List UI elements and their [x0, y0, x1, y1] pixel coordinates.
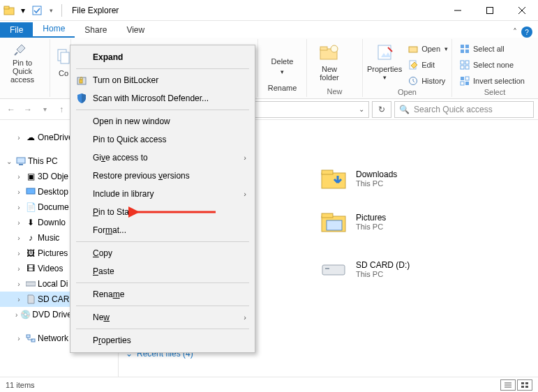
- ctx-give-access-to[interactable]: Give access to›: [70, 149, 255, 167]
- download-icon: ⬇: [25, 217, 36, 228]
- ctx-expand[interactable]: Expand: [70, 48, 255, 66]
- svg-rect-40: [327, 220, 342, 230]
- ctx-open-new-window[interactable]: Open in new window: [70, 112, 255, 130]
- view-large-icons-button[interactable]: [517, 379, 532, 391]
- folder-item-sd-card[interactable]: SD CARD (D:)This PC: [320, 255, 410, 283]
- select-all-icon: [459, 43, 470, 54]
- ctx-copy[interactable]: Copy: [70, 244, 255, 262]
- ctx-new[interactable]: New›: [70, 308, 255, 326]
- ctx-bitlocker[interactable]: Turn on BitLocker: [70, 71, 255, 89]
- tab-home[interactable]: Home: [33, 21, 75, 38]
- select-all-button[interactable]: Select all: [456, 42, 528, 56]
- close-button[interactable]: [506, 0, 538, 21]
- item-count: 11 items: [6, 381, 35, 389]
- minimize-button[interactable]: [442, 0, 474, 21]
- nav-forward-icon[interactable]: →: [21, 103, 35, 116]
- chevron-down-icon[interactable]: ▾: [45, 4, 57, 17]
- tab-share[interactable]: Share: [75, 22, 117, 38]
- svg-rect-30: [19, 164, 23, 165]
- qat-dropdown-icon[interactable]: ▾: [17, 4, 29, 17]
- sd-card-icon: [25, 294, 36, 305]
- svg-rect-23: [461, 66, 464, 69]
- disc-icon: 💿: [20, 309, 31, 320]
- svg-rect-22: [465, 61, 469, 64]
- open-icon: [408, 43, 419, 54]
- svg-rect-39: [322, 213, 333, 218]
- ribbon-collapse-icon[interactable]: ˄: [513, 27, 517, 37]
- group-new-label: New: [311, 87, 358, 97]
- new-folder-button[interactable]: New folder: [311, 40, 348, 82]
- document-icon: 📄: [25, 202, 36, 213]
- open-button[interactable]: Open▾: [405, 42, 451, 56]
- ctx-properties[interactable]: Properties: [70, 331, 255, 349]
- downloads-folder-icon: [320, 165, 348, 193]
- select-none-button[interactable]: Select none: [456, 58, 528, 72]
- svg-rect-37: [322, 170, 333, 174]
- svg-rect-19: [461, 50, 464, 53]
- svg-rect-28: [465, 82, 469, 85]
- svg-rect-26: [465, 77, 469, 80]
- nav-back-icon[interactable]: ←: [4, 103, 18, 116]
- videos-icon: 🎞: [25, 263, 36, 274]
- svg-rect-47: [525, 382, 528, 384]
- group-select-label: Select: [456, 88, 533, 98]
- svg-line-7: [15, 52, 17, 55]
- rename-button[interactable]: Rename: [268, 84, 297, 92]
- svg-rect-29: [17, 158, 25, 163]
- svg-rect-2: [33, 6, 41, 15]
- ctx-rename[interactable]: Rename: [70, 285, 255, 303]
- cloud-icon: ☁: [25, 132, 36, 143]
- svg-rect-46: [521, 382, 524, 384]
- tab-view[interactable]: View: [117, 22, 154, 38]
- invert-selection-icon: [459, 75, 470, 86]
- svg-rect-31: [27, 188, 35, 194]
- checkbox-icon[interactable]: [31, 4, 43, 17]
- search-icon: 🔍: [399, 105, 410, 114]
- svg-rect-48: [521, 386, 524, 388]
- svg-rect-25: [461, 77, 464, 80]
- window-title: File Explorer: [72, 6, 119, 15]
- ctx-format[interactable]: Format...: [70, 221, 255, 239]
- svg-rect-42: [325, 268, 329, 269]
- drive-icon: [25, 278, 36, 289]
- svg-rect-21: [461, 61, 464, 64]
- ctx-include-library[interactable]: Include in library›: [70, 185, 255, 203]
- titlebar: ▾ ▾ File Explorer: [0, 0, 538, 21]
- cube-icon: ▣: [25, 171, 36, 182]
- edit-button[interactable]: Edit: [405, 58, 451, 72]
- status-bar: 11 items: [0, 377, 538, 392]
- new-folder-icon: [318, 41, 341, 63]
- pictures-folder-icon: [320, 208, 348, 236]
- submenu-arrow-icon: ›: [244, 190, 246, 198]
- folder-item-pictures[interactable]: PicturesThis PC: [320, 208, 386, 236]
- refresh-button[interactable]: ↻: [372, 101, 391, 118]
- help-icon[interactable]: ?: [521, 27, 532, 38]
- search-input[interactable]: 🔍 Search Quick access: [394, 101, 534, 118]
- folder-item-downloads[interactable]: DownloadsThis PC: [320, 165, 397, 193]
- history-button[interactable]: History: [405, 74, 451, 88]
- network-icon: [25, 333, 36, 344]
- svg-rect-14: [409, 47, 417, 52]
- maximize-button[interactable]: [474, 0, 506, 21]
- group-open-label: Open: [367, 88, 447, 98]
- svg-rect-24: [465, 66, 469, 69]
- properties-icon: [373, 41, 396, 63]
- ctx-pin-to-start[interactable]: Pin to Start: [70, 203, 255, 221]
- delete-button[interactable]: Delete▾: [269, 40, 297, 75]
- music-icon: ♪: [25, 232, 36, 243]
- ribbon-tabs: File Home Share View ˄ ?: [0, 21, 538, 38]
- nav-dropdown-icon[interactable]: ▾: [38, 103, 52, 116]
- ctx-restore-versions[interactable]: Restore previous versions: [70, 167, 255, 185]
- properties-button[interactable]: Properties▾: [367, 40, 402, 82]
- svg-rect-1: [4, 6, 9, 9]
- view-details-button[interactable]: [500, 379, 516, 391]
- invert-selection-button[interactable]: Invert selection: [456, 74, 528, 88]
- ctx-defender[interactable]: Scan with Microsoft Defender...: [70, 89, 255, 107]
- tab-file[interactable]: File: [0, 22, 33, 38]
- nav-up-icon[interactable]: ↑: [54, 103, 68, 116]
- ctx-pin-quick-access[interactable]: Pin to Quick access: [70, 130, 255, 149]
- ctx-paste[interactable]: Paste: [70, 262, 255, 280]
- pin-to-quick-access-button[interactable]: Pin to Quick access: [4, 40, 40, 82]
- svg-rect-11: [320, 47, 327, 50]
- breadcrumb-dropdown-icon[interactable]: ⌄: [359, 105, 364, 113]
